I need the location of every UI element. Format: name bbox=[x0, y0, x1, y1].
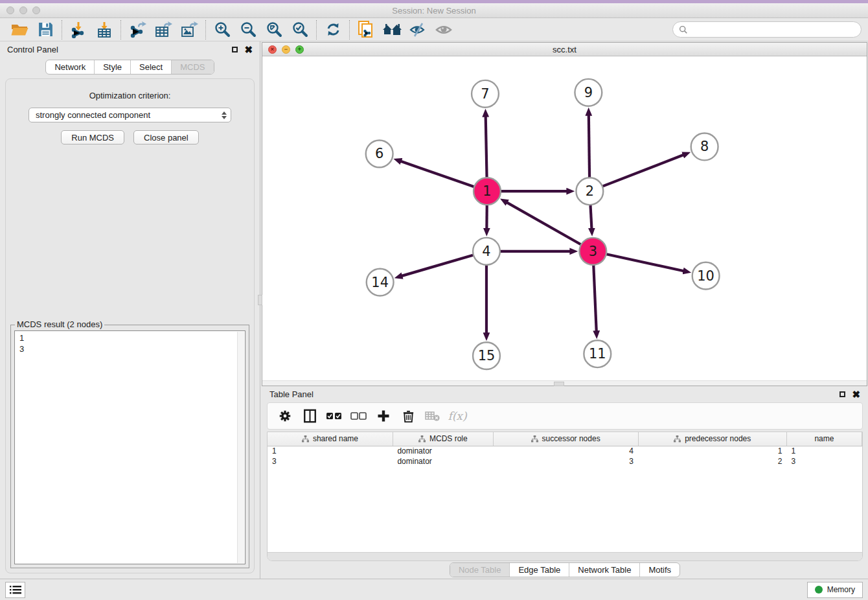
column-header-successor-nodes[interactable]: successor nodes bbox=[493, 432, 638, 446]
control-panel-header: Control Panel ✖ bbox=[0, 41, 260, 58]
tab-style[interactable]: Style bbox=[95, 60, 131, 74]
close-panel-button[interactable]: Close panel bbox=[133, 130, 199, 144]
zoom-selected-button[interactable] bbox=[287, 19, 313, 40]
table-header-row: shared name MCDS role successor nodes pr… bbox=[268, 432, 862, 446]
float-table-panel-icon[interactable] bbox=[839, 391, 845, 397]
hide-panels-button[interactable] bbox=[405, 19, 431, 40]
show-panels-button[interactable] bbox=[431, 19, 457, 40]
zoom-fit-button[interactable] bbox=[261, 19, 287, 40]
table-panel: Table Panel ✖ bbox=[262, 386, 868, 579]
graph-node-label-6: 6 bbox=[375, 146, 383, 161]
mcds-result-area[interactable]: 1 3 bbox=[14, 330, 246, 564]
memory-button[interactable]: Memory bbox=[807, 582, 863, 598]
network-from-table-button[interactable] bbox=[353, 19, 379, 40]
mcds-result-box: MCDS result (2 nodes) 1 3 bbox=[10, 325, 249, 568]
status-bar: Memory bbox=[0, 579, 868, 600]
select-all-columns-button[interactable] bbox=[322, 405, 347, 427]
open-session-button[interactable] bbox=[6, 19, 32, 40]
network-canvas[interactable]: 1234678910111415 bbox=[262, 56, 867, 380]
close-panel-icon[interactable]: ✖ bbox=[244, 45, 253, 54]
graph-edge-2-3[interactable] bbox=[590, 203, 591, 229]
column-settings-button[interactable] bbox=[273, 405, 297, 427]
tab-network-table[interactable]: Network Table bbox=[569, 563, 640, 577]
refresh-layout-button[interactable] bbox=[320, 19, 346, 40]
main-content: Control Panel ✖ Network Style Select MCD… bbox=[0, 41, 868, 579]
minimize-window-button[interactable] bbox=[19, 6, 27, 14]
tab-motifs[interactable]: Motifs bbox=[640, 563, 680, 577]
tab-node-table[interactable]: Node Table bbox=[450, 563, 510, 577]
houses-icon bbox=[382, 21, 402, 38]
export-table-icon bbox=[154, 21, 172, 38]
graph-edge-1-7[interactable] bbox=[486, 117, 487, 179]
function-builder-button[interactable]: f(x) bbox=[445, 405, 470, 427]
delete-column-button[interactable] bbox=[396, 405, 420, 427]
column-type-icon bbox=[531, 435, 538, 443]
export-table-button[interactable] bbox=[150, 19, 176, 40]
right-column: × − + scc.txt 1234678910111415 Table Pan… bbox=[260, 41, 868, 579]
run-mcds-button[interactable]: Run MCDS bbox=[61, 130, 124, 144]
network-maximize-button[interactable]: + bbox=[295, 45, 304, 54]
search-input[interactable] bbox=[691, 25, 855, 34]
zoom-out-button[interactable] bbox=[235, 19, 261, 40]
optimization-criterion-label: Optimization criterion: bbox=[10, 91, 250, 100]
search-icon bbox=[679, 25, 688, 34]
show-columns-button[interactable] bbox=[297, 405, 322, 427]
tab-network[interactable]: Network bbox=[46, 60, 95, 74]
unselect-all-columns-button[interactable] bbox=[347, 405, 371, 427]
network-minimize-button[interactable]: − bbox=[282, 45, 290, 54]
zoom-in-button[interactable] bbox=[209, 19, 235, 40]
graph-edge-2-8[interactable] bbox=[601, 155, 683, 187]
float-panel-icon[interactable] bbox=[232, 47, 238, 52]
window-controls bbox=[6, 6, 40, 14]
column-header-name[interactable]: name bbox=[786, 432, 862, 446]
column-header-shared-name[interactable]: shared name bbox=[268, 432, 393, 446]
cybrowser-home-button[interactable] bbox=[379, 19, 405, 40]
import-network-icon bbox=[70, 21, 87, 38]
column-header-predecessor-nodes[interactable]: predecessor nodes bbox=[638, 432, 786, 446]
table-row[interactable]: 1 dominator 4 1 1 bbox=[268, 446, 862, 456]
graph-edge-2-9[interactable] bbox=[589, 115, 589, 179]
delete-table-button[interactable] bbox=[420, 405, 445, 427]
network-hscrollbar[interactable] bbox=[262, 380, 867, 386]
toolbar-separator bbox=[62, 20, 62, 40]
save-session-button[interactable] bbox=[32, 19, 58, 40]
add-column-button[interactable] bbox=[371, 405, 396, 427]
toolbar-separator bbox=[316, 20, 317, 40]
import-network-button[interactable] bbox=[65, 19, 91, 40]
graph-edge-4-14[interactable] bbox=[402, 255, 475, 276]
graph-node-label-11: 11 bbox=[589, 346, 606, 362]
graph-edge-3-10[interactable] bbox=[605, 254, 684, 271]
tab-edge-table[interactable]: Edge Table bbox=[510, 563, 569, 577]
eye-slash-icon bbox=[409, 21, 428, 38]
network-close-button[interactable]: × bbox=[268, 45, 277, 54]
window-title: Session: New Session bbox=[0, 6, 868, 16]
node-table: shared name MCDS role successor nodes pr… bbox=[267, 432, 863, 561]
column-header-mcds-role[interactable]: MCDS role bbox=[393, 432, 493, 446]
vertical-splitter-handle[interactable] bbox=[258, 295, 262, 305]
graph-node-label-7: 7 bbox=[481, 86, 489, 102]
table-row[interactable]: 3 dominator 3 2 3 bbox=[268, 456, 862, 467]
main-toolbar bbox=[0, 18, 868, 41]
close-window-button[interactable] bbox=[6, 6, 14, 14]
graph-node-label-3: 3 bbox=[589, 244, 597, 259]
refresh-icon bbox=[325, 21, 342, 38]
result-scrollbar[interactable] bbox=[237, 332, 244, 563]
tab-select[interactable]: Select bbox=[131, 60, 172, 74]
close-table-panel-icon[interactable]: ✖ bbox=[852, 389, 860, 399]
import-table-button[interactable] bbox=[91, 19, 117, 40]
tab-mcds[interactable]: MCDS bbox=[172, 60, 213, 74]
graph-node-label-8: 8 bbox=[700, 139, 709, 154]
graph-edge-1-6[interactable] bbox=[401, 161, 476, 187]
optimization-criterion-select[interactable]: strongly connected component bbox=[29, 108, 231, 122]
maximize-window-button[interactable] bbox=[32, 6, 40, 14]
zoom-out-icon bbox=[240, 21, 257, 38]
graph-edge-3-1[interactable] bbox=[507, 202, 582, 245]
export-image-button[interactable] bbox=[176, 19, 202, 40]
import-table-icon bbox=[96, 21, 113, 38]
horizontal-splitter-handle[interactable] bbox=[554, 382, 564, 386]
export-network-button[interactable] bbox=[124, 19, 150, 40]
graph-edge-3-11[interactable] bbox=[593, 264, 597, 332]
result-line: 3 bbox=[19, 343, 240, 354]
control-panel-tabs: Network Style Select MCDS bbox=[0, 60, 260, 75]
task-history-button[interactable] bbox=[5, 582, 25, 598]
